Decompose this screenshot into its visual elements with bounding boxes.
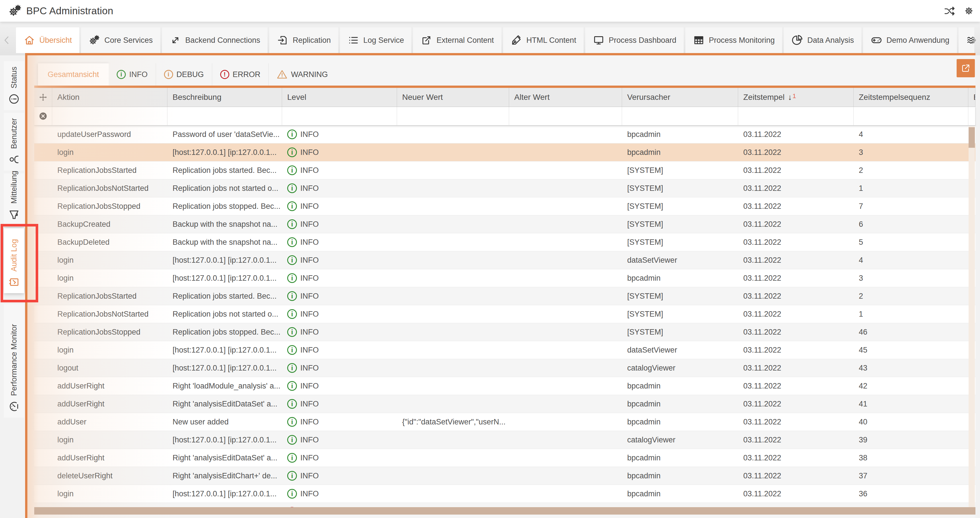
horizontal-scrollbar-thumb[interactable] [34, 507, 975, 515]
tabs-scroll-left-icon[interactable] [1, 33, 13, 47]
subtab-gesamtansicht[interactable]: Gesamtansicht [38, 63, 109, 86]
cell-level: iINFO [282, 143, 397, 161]
column-header-beschreibung[interactable]: Beschreibung [167, 88, 282, 107]
main-tab-external-content[interactable]: External Content [413, 27, 501, 53]
sidebar-item-benutzer[interactable]: Benutzer [4, 113, 24, 171]
cell-zeitstempelsequenz: 3 [854, 269, 968, 287]
horizontal-scrollbar[interactable] [34, 507, 975, 515]
expand-button[interactable] [957, 59, 975, 77]
cell-verursacher: dataSetViewer [622, 251, 738, 269]
main-tab-label: Process Monitoring [709, 36, 775, 45]
table-row[interactable]: ReplicationJobsNotStartedReplication job… [34, 305, 975, 323]
filter-input-sequenz[interactable] [854, 107, 968, 125]
filter-input-neuer_wert[interactable] [397, 107, 509, 125]
table-row[interactable]: login[host:127.0.0.1] [ip:127.0.0.1...iI… [34, 341, 975, 359]
cell-beschreibung: Password of user 'dataSetVie... [167, 126, 282, 143]
filter-input-zeitstempel[interactable] [738, 107, 853, 125]
table-row[interactable]: addUserRightRight 'loadModule_analysis' … [34, 377, 975, 395]
main-tab-log-service[interactable]: Log Service [340, 27, 412, 53]
column-header-alter_wert[interactable]: Alter Wert [509, 88, 622, 107]
table-row[interactable]: login[host:127.0.0.1] [ip:127.0.0.1...iI… [34, 251, 975, 269]
cell-zeitstempelsequenz: 36 [854, 485, 968, 503]
filter-input-browser[interactable] [968, 107, 976, 125]
column-header-sequenz[interactable]: Zeitstempelsequenz [854, 88, 968, 107]
table-row[interactable]: ReplicationJobsStartedReplication jobs s… [34, 287, 975, 305]
cell-verursacher: [SYSTEM] [622, 179, 738, 197]
filter-input-level[interactable] [282, 107, 397, 125]
table-row[interactable]: deleteUserRightRight 'analysisEditChart+… [34, 467, 975, 485]
cell-aktion: login [52, 431, 167, 449]
column-header-neuer_wert[interactable]: Neuer Wert [397, 88, 509, 107]
main-tab-data-analysis[interactable]: Data Analysis [784, 27, 861, 53]
cell-aktion: addUserRight [52, 377, 167, 395]
cell-level: iINFO [282, 377, 397, 395]
table-row[interactable]: login[host:127.0.0.1] [ip:127.0.0.1...iI… [34, 143, 975, 161]
column-header-verursacher[interactable]: Verursacher [622, 88, 738, 107]
main-tab-backend-connections[interactable]: Backend Connections [162, 27, 268, 53]
column-header-zeitstempel[interactable]: Zeitstempel↓1 [738, 88, 854, 107]
table-row[interactable]: logout[host:127.0.0.1] [ip:127.0.0.1...i… [34, 359, 975, 377]
filter-input-alter_wert[interactable] [509, 107, 622, 125]
info-circle-icon [8, 93, 20, 105]
main-tab-html-content[interactable]: HTML Content [503, 27, 584, 53]
cell-alter-wert [509, 198, 622, 215]
row-handle-cell [34, 413, 52, 431]
column-header-label: Zeitstempelsequenz [859, 93, 931, 102]
filter-input-aktion[interactable] [52, 107, 167, 125]
subtab-warning[interactable]: WARNING [269, 63, 336, 86]
main-tab-core-services[interactable]: Core Services [81, 27, 160, 53]
sidebar-item-status[interactable]: Status [4, 61, 24, 110]
column-header-aktion[interactable]: Aktion [52, 88, 167, 107]
table-row[interactable]: addUserRightRight 'analysisEditDataSet' … [34, 449, 975, 467]
table-row[interactable]: ReplicationJobsStartedReplication jobs s… [34, 161, 975, 179]
table-row[interactable]: addUserRightRight 'analysisEditDataSet' … [34, 395, 975, 413]
cell-neuer-wert [397, 287, 509, 305]
cell-zeitstempel: 03.11.2022 [738, 126, 854, 143]
content-left-accent-line [25, 53, 27, 518]
main-tab-übersicht[interactable]: Übersicht [16, 27, 79, 53]
settings-gear-icon[interactable] [963, 5, 975, 17]
cell-zeitstempel: 03.11.2022 [738, 179, 854, 197]
main-tab-process-dashboard[interactable]: Process Dashboard [585, 27, 684, 53]
column-header-browser[interactable]: Br [968, 88, 975, 107]
table-row[interactable]: updateUserPasswordPassword of user 'data… [34, 126, 975, 143]
column-header-label: Br [974, 93, 975, 102]
cell-aktion: login [52, 269, 167, 287]
main-tab-process-monitoring[interactable]: Process Monitoring [686, 27, 782, 53]
filter-input-beschreibung[interactable] [167, 107, 282, 125]
main-tab-demo-anwendung[interactable]: Demo Anwendung [863, 27, 957, 53]
vertical-scrollbar[interactable] [969, 126, 975, 507]
sidebar-item-audit-log[interactable]: Audit Log [4, 228, 24, 293]
vertical-scrollbar-thumb[interactable] [969, 127, 975, 148]
sidebar-item-performance-monitor[interactable]: Performance Monitor [4, 304, 24, 418]
cell-zeitstempel: 03.11.2022 [738, 287, 854, 305]
cell-neuer-wert [397, 198, 509, 215]
shuffle-icon[interactable] [943, 5, 956, 17]
table-row[interactable]: ReplicationJobsNotStartedReplication job… [34, 179, 975, 198]
table-row[interactable]: ReplicationJobsStoppedReplication jobs s… [34, 323, 975, 341]
main-tab-replication[interactable]: Replication [269, 27, 338, 53]
table-row[interactable]: login[host:127.0.0.1] [ip:127.0.0.1...iI… [34, 485, 975, 503]
cell-verursacher: [SYSTEM] [622, 305, 738, 323]
table-row[interactable]: ReplicationJobsStoppedReplication jobs s… [34, 198, 975, 215]
cell-level: iINFO [282, 198, 397, 215]
subtab-error[interactable]: !ERROR [212, 63, 269, 86]
table-row[interactable]: addUserNew user addediINFO{"id":"dataSet… [34, 413, 975, 431]
subtab-debug[interactable]: iDEBUG [156, 63, 212, 86]
table-row[interactable]: BackupCreatedBackup with the snapshot na… [34, 215, 975, 233]
clear-filters-button[interactable] [34, 107, 52, 125]
table-row[interactable]: login[host:127.0.0.1] [ip:127.0.0.1...iI… [34, 269, 975, 287]
filter-input-verursacher[interactable] [622, 107, 738, 125]
subtab-info[interactable]: iINFO [109, 63, 156, 86]
filter-cell-beschreibung [167, 107, 282, 125]
table-move-handle[interactable] [34, 88, 52, 107]
table-row[interactable]: BackupDeletedBackup with the snapshot na… [34, 233, 975, 251]
cell-beschreibung: Backup with the snapshot na... [167, 233, 282, 251]
sidebar-item-mitteilung[interactable]: Mitteilung [4, 174, 24, 225]
column-header-level[interactable]: Level [282, 88, 397, 107]
table-row[interactable]: login[host:127.0.0.1] [ip:127.0.0.1...iI… [34, 431, 975, 449]
cell-level: iINFO [282, 485, 397, 503]
cell-alter-wert [509, 395, 622, 413]
tabs-scroll-right-icon[interactable] [968, 33, 980, 47]
table-grid-icon [693, 34, 705, 46]
